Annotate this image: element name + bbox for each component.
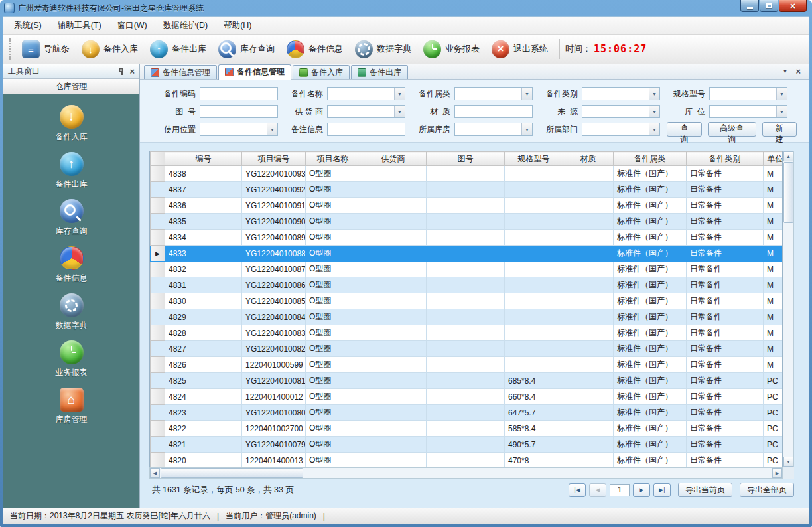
table-row[interactable]: 4838YG12204010093O型圈标准件（国产）日常备件M [151, 166, 783, 182]
row-selector-cell[interactable] [151, 309, 165, 325]
column-header[interactable]: 编号 [165, 152, 242, 166]
toolbar-button-inbound[interactable]: ↓备件入库 [76, 38, 144, 61]
sidebar-item-business-report[interactable]: 业务报表 [56, 340, 88, 378]
table-row[interactable]: 4832YG12204010087O型圈标准件（国产）日常备件M [151, 262, 783, 277]
table-row[interactable]: 4827YG12204010082O型圈标准件（国产）日常备件M [151, 341, 783, 357]
row-selector-cell[interactable] [151, 277, 165, 293]
table-row[interactable]: 4836YG12204010091O型圈标准件（国产）日常备件M [151, 198, 783, 214]
sidebar-item-outbound[interactable]: ↑备件出库 [56, 152, 88, 190]
row-selector-cell[interactable] [151, 293, 165, 309]
tab-close-icon[interactable]: × [795, 66, 801, 76]
menu-system[interactable]: 系统(S) [6, 17, 50, 34]
export-current-page-button[interactable]: 导出当前页 [678, 483, 732, 497]
next-page-button[interactable]: ▶ [633, 483, 650, 497]
part-type-select[interactable]: ▼ [582, 87, 660, 100]
table-row[interactable]: 4823YG12204010080O型圈647*5.7标准件（国产）日常备件PC [151, 405, 783, 421]
row-selector-cell[interactable] [151, 341, 165, 357]
advanced-search-button[interactable]: 高级查询 [708, 122, 756, 137]
row-selector-cell[interactable]: ▶ [151, 246, 165, 262]
vertical-scrollbar[interactable]: ▲ ▼ [783, 151, 794, 467]
scroll-right-icon[interactable]: ▶ [772, 468, 782, 478]
menu-aux-tools[interactable]: 辅助工具(T) [50, 17, 109, 34]
row-selector-cell[interactable] [151, 421, 165, 437]
row-selector-cell[interactable] [151, 262, 165, 277]
toolbar-button-inventory-search[interactable]: 库存查询 [212, 38, 281, 61]
export-all-pages-button[interactable]: 导出全部页 [740, 483, 794, 497]
table-row[interactable]: 4834YG12204010089O型圈标准件（国产）日常备件M [151, 230, 783, 246]
horizontal-scroll-thumb[interactable] [161, 468, 303, 478]
row-selector-cell[interactable] [151, 389, 165, 405]
warehouse-select[interactable]: ▼ [454, 123, 533, 136]
horizontal-scrollbar[interactable]: ◀ ▶ [149, 467, 783, 479]
row-selector-cell[interactable] [151, 230, 165, 246]
remark-input[interactable] [327, 123, 405, 136]
row-selector-cell[interactable] [151, 325, 165, 341]
toolbar-button-business-report[interactable]: 业务报表 [417, 38, 486, 61]
menu-window[interactable]: 窗口(W) [109, 17, 155, 34]
column-header[interactable]: 规格型号 [505, 152, 563, 166]
column-header[interactable]: 项目编号 [242, 152, 306, 166]
sidebar-item-inbound[interactable]: ↓备件入库 [56, 105, 88, 143]
department-select[interactable]: ▼ [582, 123, 660, 136]
spec-model-select[interactable]: ▼ [709, 87, 787, 100]
drawing-no-input[interactable] [200, 105, 278, 118]
menu-data-maintain[interactable]: 数据维护(D) [155, 17, 216, 34]
prev-page-button[interactable]: ◀ [589, 483, 606, 497]
supplier-select[interactable]: ▼ [327, 105, 405, 118]
minimize-button[interactable] [740, 0, 759, 12]
toolbar-button-nav[interactable]: ≡导航条 [16, 38, 76, 61]
new-button[interactable]: 新建 [762, 122, 797, 137]
tab-1[interactable]: 备件信息管理 [144, 65, 217, 79]
sidebar-item-warehouse-manage[interactable]: ⌂库房管理 [56, 388, 88, 425]
search-button[interactable]: 查询 [667, 122, 702, 137]
maximize-button[interactable] [760, 0, 778, 12]
column-header[interactable]: 供货商 [360, 152, 427, 166]
table-row[interactable]: ▶4833YG12204010088O型圈标准件（国产）日常备件M [151, 246, 783, 262]
row-selector-cell[interactable] [151, 373, 165, 389]
row-selector-cell[interactable] [151, 166, 165, 182]
table-row[interactable]: 4829YG12204010084O型圈标准件（国产）日常备件M [151, 309, 783, 325]
toolbar-button-exit[interactable]: ×退出系统 [486, 38, 554, 61]
tab-3[interactable]: 备件入库 [293, 65, 350, 79]
sidebar-item-inventory-search[interactable]: 库存查询 [56, 199, 88, 237]
row-selector-cell[interactable] [151, 453, 165, 468]
toolbar-button-data-dictionary[interactable]: 数据字典 [349, 38, 417, 61]
part-name-select[interactable]: ▼ [327, 87, 405, 100]
table-row[interactable]: 4828YG12204010083O型圈标准件（国产）日常备件M [151, 325, 783, 341]
tab-4[interactable]: 备件出库 [351, 65, 408, 79]
table-row[interactable]: 4831YG12204010086O型圈标准件（国产）日常备件M [151, 277, 783, 293]
table-row[interactable]: 48241220401400012O型圈660*8.4标准件（国产）日常备件PC [151, 389, 783, 405]
location-select[interactable]: ▼ [709, 105, 787, 118]
pin-icon[interactable] [119, 68, 123, 72]
current-page-input[interactable]: 1 [610, 484, 630, 496]
table-row[interactable]: 4837YG12204010092O型圈标准件（国产）日常备件M [151, 182, 783, 198]
table-row[interactable]: 4821YG12204010079O型圈490*5.7标准件（国产）日常备件PC [151, 437, 783, 453]
toolbar-button-parts-info[interactable]: 备件信息 [281, 38, 349, 61]
toolbar-button-outbound[interactable]: ↑备件出库 [144, 38, 212, 61]
column-header[interactable]: 备件属类 [614, 152, 687, 166]
toolbar-grip[interactable] [9, 38, 11, 60]
sidebar-close-icon[interactable]: × [129, 67, 135, 76]
table-row[interactable]: 48261220401000599O型圈标准件（国产）日常备件M [151, 357, 783, 373]
menu-help[interactable]: 帮助(H) [216, 17, 259, 34]
column-header[interactable]: 图号 [427, 152, 505, 166]
row-selector-cell[interactable] [151, 437, 165, 453]
scroll-left-icon[interactable]: ◀ [150, 468, 160, 478]
scroll-down-icon[interactable]: ▼ [783, 457, 793, 467]
row-selector-cell[interactable] [151, 198, 165, 214]
vertical-scroll-thumb[interactable] [783, 162, 793, 223]
table-row[interactable]: 48221220401002700O型圈585*8.4标准件（国产）日常备件PC [151, 421, 783, 437]
row-selector-cell[interactable] [151, 357, 165, 373]
row-selector-cell[interactable] [151, 214, 165, 230]
scroll-up-icon[interactable]: ▲ [783, 151, 793, 161]
tab-list-dropdown-icon[interactable]: ▼ [782, 68, 787, 74]
source-select[interactable]: ▼ [582, 105, 660, 118]
sidebar-section-header[interactable]: 仓库管理 [3, 79, 139, 94]
table-row[interactable]: 4835YG12204010090O型圈标准件（国产）日常备件M [151, 214, 783, 230]
first-page-button[interactable]: |◀ [569, 483, 586, 497]
column-header[interactable]: 单位 [764, 152, 783, 166]
close-button[interactable]: × [779, 0, 807, 12]
row-selector-cell[interactable] [151, 182, 165, 198]
last-page-button[interactable]: ▶| [653, 483, 671, 497]
use-position-select[interactable]: ▼ [200, 123, 278, 136]
